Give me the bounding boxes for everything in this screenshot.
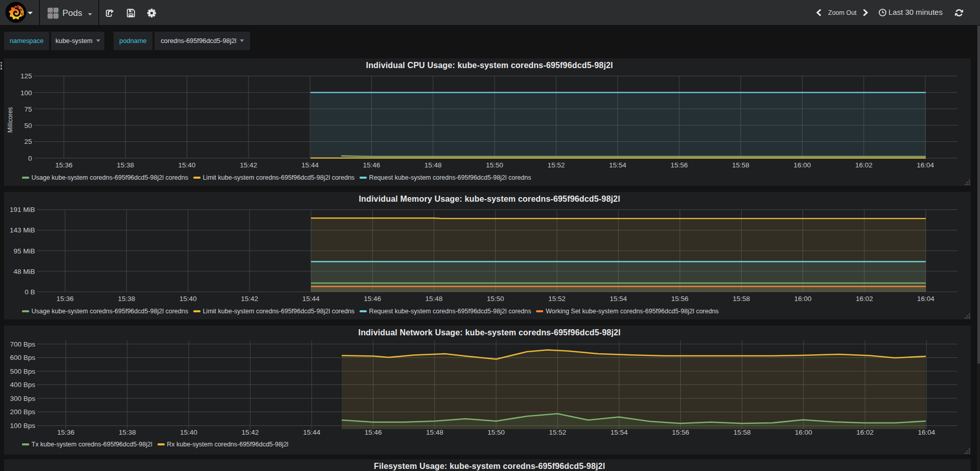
svg-text:15:48: 15:48 <box>426 295 443 303</box>
svg-text:50: 50 <box>24 122 32 130</box>
svg-text:15:56: 15:56 <box>671 161 688 169</box>
svg-text:15:46: 15:46 <box>363 161 381 169</box>
svg-text:95 MiB: 95 MiB <box>13 247 35 255</box>
svg-text:15:38: 15:38 <box>119 429 136 436</box>
svg-text:15:52: 15:52 <box>547 161 565 169</box>
svg-text:191 MiB: 191 MiB <box>10 206 35 213</box>
svg-text:15:40: 15:40 <box>180 295 197 303</box>
svg-text:16:00: 16:00 <box>794 295 812 303</box>
svg-text:200 Bps: 200 Bps <box>10 408 35 416</box>
svg-text:16:00: 16:00 <box>795 429 812 436</box>
svg-text:700 Bps: 700 Bps <box>10 340 35 348</box>
svg-text:300 Bps: 300 Bps <box>10 395 35 402</box>
svg-text:15:44: 15:44 <box>303 429 321 436</box>
svg-text:15:44: 15:44 <box>302 295 320 303</box>
svg-text:15:58: 15:58 <box>733 429 751 436</box>
svg-text:0: 0 <box>28 155 32 162</box>
svg-text:15:54: 15:54 <box>611 429 628 436</box>
svg-text:16:02: 16:02 <box>856 295 873 303</box>
svg-text:15:52: 15:52 <box>549 429 566 436</box>
svg-text:25: 25 <box>24 138 32 145</box>
svg-text:75: 75 <box>24 105 32 113</box>
svg-text:125: 125 <box>20 72 32 80</box>
svg-text:15:58: 15:58 <box>732 161 749 169</box>
svg-text:15:42: 15:42 <box>241 429 259 436</box>
svg-text:15:54: 15:54 <box>610 295 627 303</box>
svg-text:100: 100 <box>20 89 32 97</box>
svg-text:15:48: 15:48 <box>426 429 443 436</box>
svg-text:15:38: 15:38 <box>118 295 136 303</box>
svg-text:15:42: 15:42 <box>241 295 258 303</box>
svg-text:143 MiB: 143 MiB <box>10 226 35 234</box>
svg-text:15:44: 15:44 <box>301 161 319 169</box>
svg-text:16:04: 16:04 <box>917 161 934 169</box>
svg-text:15:50: 15:50 <box>487 295 504 303</box>
svg-text:15:42: 15:42 <box>240 161 257 169</box>
svg-text:16:04: 16:04 <box>918 429 936 436</box>
svg-text:100 Bps: 100 Bps <box>10 422 35 430</box>
svg-text:500 Bps: 500 Bps <box>10 368 35 375</box>
svg-text:15:50: 15:50 <box>486 161 503 169</box>
svg-text:15:36: 15:36 <box>57 429 75 436</box>
svg-text:15:52: 15:52 <box>548 295 566 303</box>
svg-text:15:54: 15:54 <box>609 161 627 169</box>
svg-text:48 MiB: 48 MiB <box>13 268 35 275</box>
svg-text:15:48: 15:48 <box>425 161 442 169</box>
svg-text:16:02: 16:02 <box>856 429 874 436</box>
svg-text:15:38: 15:38 <box>117 161 134 169</box>
svg-text:15:58: 15:58 <box>733 295 750 303</box>
svg-text:15:46: 15:46 <box>365 429 382 436</box>
svg-text:Millicores: Millicores <box>7 107 14 133</box>
svg-text:15:40: 15:40 <box>179 161 196 169</box>
svg-text:400 Bps: 400 Bps <box>10 381 35 389</box>
svg-text:15:50: 15:50 <box>487 429 505 436</box>
svg-text:15:40: 15:40 <box>180 429 197 436</box>
svg-text:15:36: 15:36 <box>56 295 74 303</box>
svg-text:0 B: 0 B <box>25 288 35 296</box>
svg-text:15:56: 15:56 <box>671 295 688 303</box>
svg-text:15:56: 15:56 <box>672 429 689 436</box>
svg-text:15:46: 15:46 <box>364 295 381 303</box>
svg-text:15:36: 15:36 <box>55 161 73 169</box>
svg-text:16:04: 16:04 <box>917 295 934 303</box>
svg-text:16:00: 16:00 <box>794 161 811 169</box>
svg-text:600 Bps: 600 Bps <box>10 354 35 361</box>
svg-text:16:02: 16:02 <box>855 161 873 169</box>
